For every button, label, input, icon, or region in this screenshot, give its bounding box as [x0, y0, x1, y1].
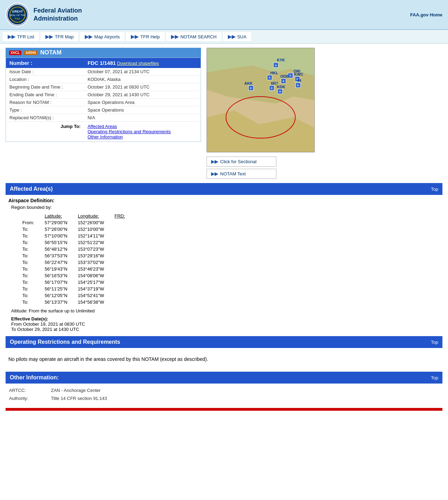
svg-text:✈: ✈	[282, 79, 285, 83]
coord-frd-header: FRD:	[114, 213, 135, 219]
svg-text:ODB: ODB	[281, 74, 289, 78]
jump-affected-areas[interactable]: Affected Areas	[88, 124, 197, 129]
svg-text:FAA: FAA	[15, 17, 20, 20]
effective-from: From October 19, 2021 at 0830 UTC	[11, 321, 437, 327]
svg-text:HKL: HKL	[270, 71, 278, 75]
notam-tag-xhcl: XHCL	[9, 51, 21, 55]
jump-to-label: Jump To:	[6, 122, 84, 142]
notam-end-value: October 29, 2021 at 1430 UTC	[84, 91, 201, 99]
notam-download-link[interactable]: Download shapefiles	[117, 61, 159, 66]
header-left: GREAT SEAL OF THE FAA Federal Aviation A…	[6, 3, 82, 26]
notam-begin-value: October 19, 2021 at 0830 UTC	[84, 83, 201, 91]
jump-other-info[interactable]: Other Information	[88, 134, 197, 139]
coord-type: To:	[22, 259, 45, 266]
coord-type: To:	[22, 246, 45, 252]
table-row: To: 56°13'37"N 154°56'38"W	[22, 299, 136, 305]
coord-frd	[114, 279, 135, 286]
svg-text:SEAL OF THE: SEAL OF THE	[9, 14, 25, 16]
coord-type: To:	[22, 226, 45, 233]
nav-map-airports[interactable]: ▶▶ Map Airports	[80, 32, 125, 41]
header-title-line2: Administration	[33, 15, 82, 23]
restrictions-text: No pilots may operate an aircraft in the…	[6, 351, 442, 368]
operating-top-link[interactable]: Top	[431, 340, 438, 345]
nav-tfr-list[interactable]: ▶▶ TFR List	[3, 32, 39, 41]
other-info-authority-label: Authority:	[6, 394, 47, 402]
nav-icon-tfr-list: ▶▶	[8, 34, 15, 39]
nav-icon-map-airports: ▶▶	[85, 34, 92, 39]
notam-reason-label: Reason for NOTAM :	[6, 99, 84, 106]
other-info-header: Other Information: Top	[6, 372, 442, 384]
coord-lon: 153°07'23"W	[78, 246, 114, 252]
coord-lat-header: Latitude:	[45, 213, 78, 219]
table-row: To: 56°19'43"N 153°46'23"W	[22, 266, 136, 272]
notam-text-icon: ▶▶	[211, 171, 218, 176]
table-row: From: 57°29'00"N 152°26'00"W	[22, 219, 136, 226]
table-row: To: 56°37'53"N 153°29'16"W	[22, 252, 136, 259]
table-row: To: 57°26'00"N 152°10'00"W	[22, 226, 136, 233]
notam-end-label: Ending Date and Time :	[6, 91, 84, 99]
notam-text-button[interactable]: ▶▶ NOTAM Text	[207, 169, 276, 179]
right-panel: ✈ KYK ✈ HKL ✈ ORI ✈ AKK ✈ 6R7	[207, 48, 442, 179]
coord-frd	[114, 219, 135, 226]
effective-dates: Effective Date(s): From October 19, 2021…	[11, 316, 437, 332]
airspace-definition: Airspace Definition:	[8, 198, 440, 203]
operating-restrictions-header: Operating Restrictions and Requirements …	[6, 336, 442, 348]
notam-fdc-number: FDC 1/1481	[88, 60, 116, 66]
table-row: To: 56°11'25"N 154°37'19"W	[22, 286, 136, 292]
notam-end-row: Ending Date and Time : October 29, 2021 …	[6, 91, 201, 99]
nav-notam-search[interactable]: ▶▶ NOTAM SEARCH	[166, 32, 222, 41]
svg-text:KDK: KDK	[277, 85, 285, 89]
header-title-line1: Federal Aviation	[33, 7, 82, 15]
effective-dates-label: Effective Date(s):	[11, 316, 437, 321]
notam-number-label: Number :	[6, 58, 84, 68]
table-row: To: 57°10'00"N 152°14'11"W	[22, 233, 136, 239]
coord-lon: 154°25'17"W	[78, 279, 114, 286]
coord-type: To:	[22, 292, 45, 299]
other-info-table: ARTCC: ZAN - Anchorage Center Authority:…	[6, 386, 442, 402]
navbar: ▶▶ TFR List ▶▶ TFR Map ▶▶ Map Airports ▶…	[0, 30, 448, 44]
coord-lon: 153°46'23"W	[78, 266, 114, 272]
coord-type: From:	[22, 219, 45, 226]
sectional-label: Click for Sectional	[220, 159, 256, 164]
altitude-text: Altitude: From the surface up to Unlimit…	[11, 308, 437, 313]
sectional-button[interactable]: ▶▶ Click for Sectional	[207, 157, 276, 167]
coord-frd	[114, 266, 135, 272]
notam-location-value: KODIAK, Alaska	[84, 76, 201, 83]
affected-area-title: Affected Area(s)	[10, 186, 53, 192]
coord-lon: 152°10'00"W	[78, 226, 114, 233]
notam-begin-row: Beginning Date and Time : October 19, 20…	[6, 83, 201, 91]
split-layout: XHCL AIRH5 NOTAM Number : FDC 1/1481 Dow…	[6, 48, 442, 179]
coord-lat: 56°17'07"N	[45, 279, 78, 286]
coord-lat: 56°22'47"N	[45, 259, 78, 266]
left-panel: XHCL AIRH5 NOTAM Number : FDC 1/1481 Dow…	[6, 48, 201, 179]
coord-frd	[114, 226, 135, 233]
coord-lon-header: Longitude:	[78, 213, 114, 219]
nav-icon-notam-search: ▶▶	[171, 34, 179, 39]
effective-to: To October 29, 2021 at 1430 UTC	[11, 327, 437, 332]
notam-issue-value: October 07, 2021 at 2134 UTC	[84, 68, 201, 76]
map-container[interactable]: ✈ KYK ✈ HKL ✈ ORI ✈ AKK ✈ 6R7	[207, 48, 315, 152]
coord-lat: 57°26'00"N	[45, 226, 78, 233]
svg-text:✈: ✈	[268, 76, 271, 79]
nav-sua[interactable]: ▶▶ SUA	[223, 32, 252, 41]
affected-area-top-link[interactable]: Top	[431, 187, 438, 192]
jump-operating-restrictions[interactable]: Operating Restrictions and Requirements	[88, 129, 197, 134]
operating-restrictions-title: Operating Restrictions and Requirements	[10, 339, 120, 345]
table-row: To: 56°55'15"N 152°51'22"W	[22, 239, 136, 246]
main-content: XHCL AIRH5 NOTAM Number : FDC 1/1481 Dow…	[0, 44, 448, 415]
coord-lon: 153°37'02"W	[78, 259, 114, 266]
coord-type: To:	[22, 266, 45, 272]
coord-type: To:	[22, 239, 45, 246]
coord-frd	[114, 252, 135, 259]
nav-tfr-help[interactable]: ▶▶ TFR Help	[126, 32, 165, 41]
coord-lat: 56°11'25"N	[45, 286, 78, 292]
faa-home-link[interactable]: FAA.gov Home	[410, 12, 442, 17]
coord-type-header	[22, 213, 45, 219]
coord-lat: 57°29'00"N	[45, 219, 78, 226]
svg-text:✈: ✈	[289, 74, 292, 77]
coord-frd	[114, 259, 135, 266]
notam-info-table: Number : FDC 1/1481 Download shapefiles …	[6, 58, 201, 142]
other-info-top-link[interactable]: Top	[431, 375, 438, 380]
nav-icon-tfr-help: ▶▶	[131, 34, 139, 39]
nav-tfr-map[interactable]: ▶▶ TFR Map	[40, 32, 79, 41]
